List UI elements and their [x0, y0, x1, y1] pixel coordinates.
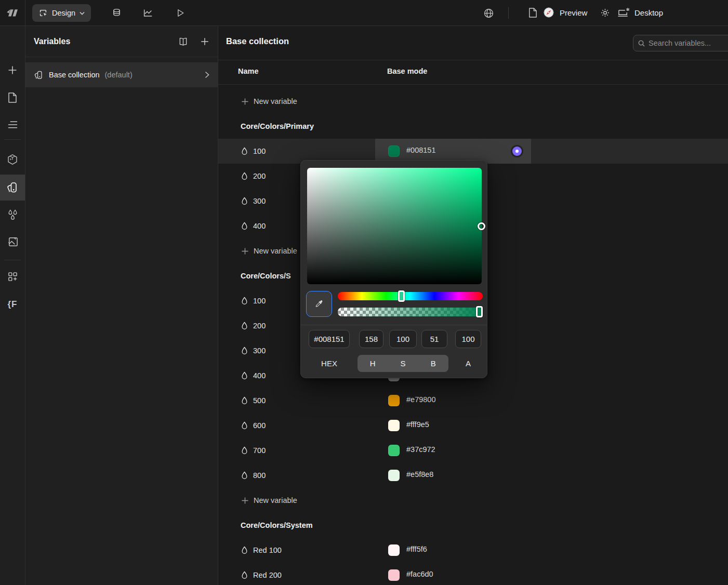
variable-row[interactable]: 700#37c972	[218, 438, 728, 463]
webflow-logo-icon[interactable]	[0, 0, 25, 26]
eyedropper-button[interactable]	[306, 291, 332, 317]
cms-database-icon[interactable]	[110, 7, 123, 19]
assets-icon[interactable]	[0, 229, 25, 254]
color-droplet-icon	[241, 396, 248, 405]
color-droplet-icon	[241, 421, 248, 430]
saturation-brightness-handle[interactable]	[478, 222, 485, 230]
color-droplet-icon	[241, 471, 248, 480]
page-icon[interactable]	[528, 7, 538, 18]
add-collection-icon[interactable]	[200, 37, 209, 46]
variable-name: 200	[253, 322, 266, 330]
plus-icon	[241, 98, 249, 105]
apps-icon[interactable]	[0, 264, 25, 289]
alpha-slider-handle[interactable]	[476, 306, 483, 317]
h-segment[interactable]: H	[358, 355, 388, 372]
fonts-icon[interactable]: {F	[0, 292, 25, 317]
top-bar: Design	[0, 0, 728, 26]
color-swatch[interactable]	[388, 395, 400, 406]
base-mode-cell[interactable]: #fff5f6	[375, 538, 531, 563]
topbar-divider	[508, 7, 509, 19]
rail-separator	[4, 260, 21, 260]
collection-item-base-collection[interactable]: Base collection (default)	[25, 62, 218, 87]
table-title: Base collection	[226, 36, 289, 46]
s-segment[interactable]: S	[388, 355, 418, 372]
variable-row[interactable]: Red 100#fff5f6	[218, 538, 728, 563]
variable-name: 300	[253, 347, 266, 355]
color-swatch[interactable]	[388, 569, 400, 581]
variable-name: 600	[253, 421, 266, 430]
color-hex-value: #fac6d0	[406, 570, 433, 578]
design-mode-dropdown[interactable]: Design	[32, 4, 91, 22]
collection-name: Base collection	[49, 71, 100, 79]
variable-name: Red 200	[253, 571, 282, 579]
hsb-mode-toggle[interactable]: H S B	[358, 355, 448, 372]
base-mode-cell[interactable]: #fac6d0	[375, 563, 531, 585]
color-swatch[interactable]	[388, 544, 400, 556]
saturation-value-input[interactable]	[389, 330, 417, 348]
add-element-icon[interactable]	[0, 58, 25, 83]
brightness-value-input[interactable]	[421, 330, 447, 348]
mode-selected-indicator[interactable]	[512, 147, 522, 156]
alpha-value-input[interactable]	[455, 330, 481, 348]
publish-globe-icon[interactable]	[482, 7, 495, 19]
variables-panel-icon[interactable]	[0, 175, 25, 201]
new-variable-button[interactable]: New variable	[218, 89, 728, 114]
color-droplet-icon	[241, 297, 248, 305]
play-icon[interactable]	[174, 7, 187, 19]
color-droplet-icon	[241, 147, 248, 155]
group-label: Core/Colors/S	[241, 272, 291, 280]
color-swatch[interactable]	[388, 420, 400, 431]
new-variable-button[interactable]: New variable	[218, 488, 728, 513]
color-swatch[interactable]	[388, 470, 400, 481]
variable-row[interactable]: 800#e5f8e8	[218, 463, 728, 488]
b-segment[interactable]: B	[418, 355, 448, 372]
settings-gear-icon[interactable]	[600, 7, 611, 18]
color-droplet-icon	[241, 371, 248, 380]
hex-value-input[interactable]	[309, 330, 350, 348]
color-swatch[interactable]	[388, 445, 400, 456]
variable-name: 500	[253, 396, 266, 405]
color-droplet-icon	[241, 446, 248, 455]
variable-name: 100	[253, 297, 266, 305]
analytics-icon[interactable]	[142, 7, 154, 19]
docs-book-icon[interactable]	[178, 37, 189, 46]
hue-slider-handle[interactable]	[398, 290, 405, 302]
variable-row[interactable]: 600#fff9e5	[218, 413, 728, 438]
navigator-icon[interactable]	[0, 112, 25, 137]
styles-droplets-icon[interactable]	[0, 203, 25, 228]
components-icon[interactable]	[0, 147, 25, 172]
chevron-down-icon	[80, 11, 85, 15]
divider	[218, 84, 728, 85]
base-mode-cell[interactable]: #e79800	[375, 388, 531, 413]
variable-name: 400	[253, 371, 266, 380]
color-swatch[interactable]	[388, 145, 400, 157]
variable-row[interactable]: 500#e79800	[218, 388, 728, 413]
saturation-brightness-area[interactable]	[307, 168, 482, 284]
plus-icon	[241, 497, 249, 504]
desktop-label[interactable]: Desktop	[634, 8, 663, 17]
alpha-slider[interactable]	[338, 308, 483, 316]
variable-name: 100	[253, 147, 266, 155]
color-droplet-icon	[241, 347, 248, 355]
hex-mode-label[interactable]: HEX	[309, 355, 350, 372]
alpha-mode-label[interactable]: A	[455, 355, 481, 372]
search-variables-input[interactable]	[648, 39, 728, 47]
base-mode-cell[interactable]: #fff9e5	[375, 413, 531, 438]
pages-icon[interactable]	[0, 85, 25, 110]
preview-compass-icon[interactable]	[543, 7, 554, 18]
color-hex-value: #e5f8e8	[406, 470, 433, 478]
picker-divider	[301, 325, 487, 325]
webflow-designer-window: Design	[0, 0, 728, 585]
color-hex-value: #008151	[406, 146, 435, 154]
desktop-breakpoint-icon[interactable]	[617, 7, 630, 18]
new-variable-label: New variable	[254, 247, 297, 255]
base-mode-cell[interactable]: #37c972	[375, 438, 531, 463]
hue-value-input[interactable]	[359, 330, 383, 348]
base-mode-cell[interactable]: #e5f8e8	[375, 463, 531, 488]
preview-label[interactable]: Preview	[560, 8, 587, 17]
color-hex-value: #e79800	[406, 395, 435, 404]
variable-row[interactable]: Red 200#fac6d0	[218, 563, 728, 585]
hue-slider[interactable]	[338, 292, 483, 300]
collection-swatchbook-icon	[34, 70, 44, 80]
search-variables-box[interactable]	[633, 35, 728, 51]
